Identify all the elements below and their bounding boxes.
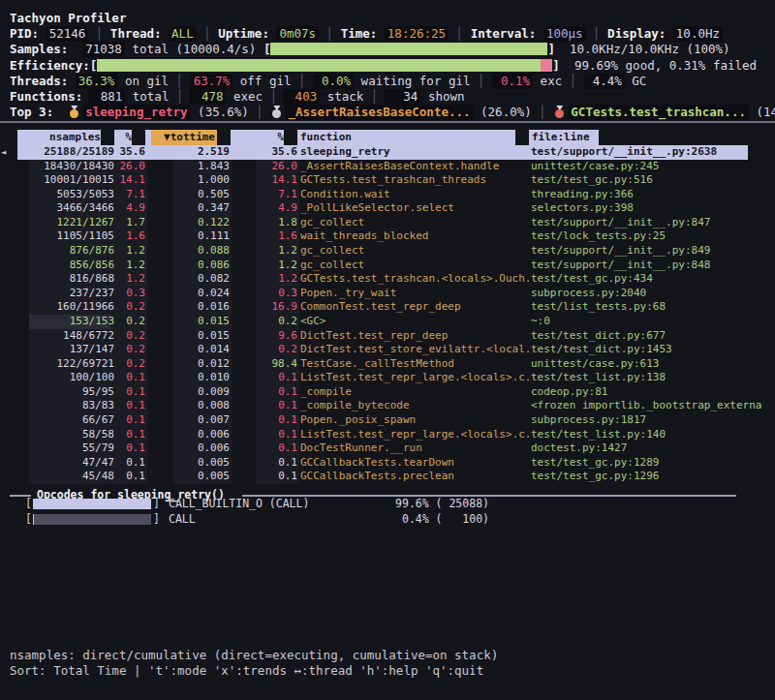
cell-pct-cumulative: 0.1 — [260, 456, 297, 471]
bar-bracket-right: ] — [153, 497, 160, 511]
cell-pct-cumulative: 0.1 — [260, 385, 297, 400]
cell-tottime: 1.843 — [177, 160, 230, 174]
cell-tottime: 0.122 — [177, 216, 230, 230]
bar-bracket-right: ] — [153, 512, 160, 527]
cell-pct-cumulative: 0.2 — [260, 315, 297, 329]
table-row[interactable]: 1105/11051.60.1111.6wait_threads_blocked… — [0, 229, 775, 244]
table-row[interactable]: 47/470.10.0050.1GCCallbackTests.tearDown… — [0, 456, 775, 471]
separator: │ — [197, 26, 219, 41]
footer-help-2: Sort: Total Time | 't':mode 'x':trends ↔… — [10, 663, 483, 679]
threads-label: Threads: — [10, 74, 76, 88]
cell-function-name: GCTests.test_trashcan.<locals>.Ouch... — [300, 272, 529, 287]
footer-help-2-text: Sort: Total Time | 't':mode 'x':trends ↔… — [10, 663, 483, 678]
table-row[interactable]: 3466/34664.90.3474.9_PollLikeSelector.se… — [0, 201, 775, 216]
column-header-pct-direct[interactable]: % — [101, 130, 132, 145]
opcode-row: []CALL_BUILTIN_O (CALL)99.6% ( 25088) — [0, 497, 775, 511]
top-function-pct: (14.1%) — [749, 105, 775, 119]
status-value: ALL — [169, 26, 197, 42]
table-row[interactable]: 95/950.10.0090.1_compilecodeop.py:81 — [0, 385, 775, 400]
opcode-pct-count: 99.6% ( 25088) — [374, 497, 489, 511]
column-header-tottime-sorted[interactable]: ▼tottime — [151, 130, 215, 145]
samples-line: Samples: 71038 total (10000.4/s) [] 10.0… — [10, 42, 730, 57]
table-row[interactable]: 18430/1843026.01.84326.0_AssertRaisesBas… — [0, 160, 775, 174]
status-label: PID: — [10, 26, 46, 41]
table-row[interactable]: 856/8561.20.0861.2gc_collecttest/support… — [0, 259, 775, 273]
cell-pct-cumulative: 0.2 — [260, 343, 297, 357]
cell-function-name: _AssertRaisesBaseContext.handle — [300, 160, 529, 174]
table-row[interactable]: 55/790.10.0060.1DocTestRunner.__rundocte… — [0, 441, 775, 456]
cell-pct-direct: 0.1 — [114, 428, 145, 442]
table-row[interactable]: 5053/50537.10.5057.1Condition.waitthread… — [0, 188, 775, 202]
cell-nsamples: 66/67 — [33, 413, 114, 428]
column-header-file-line[interactable]: file:line — [532, 130, 600, 145]
cell-tottime: 1.000 — [177, 173, 230, 188]
function-stat-value: 881 — [88, 89, 125, 105]
cell-file-line: selectors.py:398 — [531, 201, 775, 216]
table-row[interactable]: 148/67720.20.0159.6DictTest.test_repr_de… — [0, 329, 775, 344]
cell-function-name: _compile — [300, 385, 529, 400]
bar-bracket-left: [ — [264, 42, 271, 56]
cell-pct-cumulative: 26.0 — [260, 160, 297, 174]
cell-nsamples: 137/147 — [33, 343, 114, 357]
cell-pct-direct: 0.2 — [114, 300, 145, 315]
cell-file-line: test/support/__init__.py:847 — [531, 216, 775, 230]
table-body: ◄25188/2518935.62.51935.6sleeping_retryt… — [0, 145, 775, 484]
table-row[interactable]: 876/8761.20.0881.2gc_collecttest/support… — [0, 244, 775, 259]
cell-pct-direct: 0.1 — [114, 371, 145, 385]
cell-pct-cumulative: 1.8 — [260, 216, 297, 230]
opcode-pct-count: 0.4% ( 100) — [374, 512, 489, 527]
column-header-function[interactable]: function — [300, 130, 494, 145]
bar-bracket-left: [ — [90, 58, 98, 73]
samples-progress-bar — [270, 43, 547, 55]
table-row[interactable]: 1221/12671.70.1221.8gc_collecttest/suppo… — [0, 216, 775, 230]
thread-stat-name: on gil — [117, 74, 175, 88]
bar-bracket-left: [ — [25, 512, 32, 527]
medal-disc — [70, 109, 78, 118]
bar-bracket-left: [ — [25, 497, 32, 511]
status-value: 100µs — [543, 26, 586, 42]
separator: │ — [586, 26, 608, 41]
thread-stat-name: GC — [625, 74, 654, 88]
table-row[interactable]: 122/697210.20.01298.4TestCase._callTestM… — [0, 357, 775, 372]
cell-pct-direct: 4.9 — [114, 201, 145, 216]
separator: │ — [319, 26, 341, 41]
top-function-name[interactable]: sleeping_retry — [82, 105, 190, 120]
cell-file-line: test/lock_tests.py:25 — [531, 229, 775, 244]
table-row[interactable]: 160/119660.20.01616.9CommonTest.test_rep… — [0, 300, 775, 315]
table-row[interactable]: 137/1470.20.0140.2DictTest.test_store_ev… — [0, 343, 775, 357]
efficiency-summary: 99.69% good, 0.31% failed — [560, 58, 757, 73]
table-row[interactable]: 66/670.10.0070.1Popen._posix_spawnsubpro… — [0, 413, 775, 428]
space — [576, 74, 584, 88]
top3-label: Top 3: — [10, 105, 68, 119]
status-value: 52146 — [46, 26, 89, 42]
table-row[interactable]: 58/580.10.0060.1ListTest.test_repr_large… — [0, 428, 775, 442]
table-row[interactable]: 100/1000.10.0100.1ListTest.test_repr_lar… — [0, 371, 775, 385]
table-row[interactable]: 237/2370.30.0240.3Popen._try_waitsubproc… — [0, 287, 775, 301]
cell-nsamples: 876/876 — [33, 244, 114, 259]
table-row[interactable]: 153/1530.20.0150.2<GC>~:0 — [0, 315, 775, 329]
table-row[interactable]: 45/480.10.0050.1GCCallbackTests.preclean… — [0, 470, 775, 484]
cell-pct-direct: 0.2 — [114, 329, 145, 344]
cell-file-line: test/support/__init__.py:2638 — [531, 145, 775, 160]
cell-pct-direct: 0.1 — [114, 385, 145, 400]
cell-function-name: GCCallbackTests.tearDown — [300, 456, 529, 471]
column-header-nsamples[interactable]: nsamples — [17, 130, 101, 145]
samples-count-suffix: total (10000.4/s) — [125, 42, 264, 56]
samples-rate-text: 10.0KHz/10.0KHz (100%) — [555, 42, 730, 56]
thread-stat-value: 63.7% — [191, 74, 233, 89]
separator: │ — [176, 74, 184, 88]
table-row[interactable]: 10001/1001514.11.00014.1GCTests.test_tra… — [0, 173, 775, 188]
top-function-name[interactable]: GCTests.test_trashcan... — [568, 105, 749, 120]
table-row[interactable]: 83/830.10.0080.1_compile_bytecode<frozen… — [0, 399, 775, 413]
table-row[interactable]: ◄25188/2518935.62.51935.6sleeping_retryt… — [0, 145, 775, 160]
cell-nsamples: 45/48 — [33, 470, 114, 484]
top-function-name[interactable]: _AssertRaisesBaseConte... — [285, 105, 473, 120]
status-value: 18:26:25 — [385, 26, 449, 42]
status-label: Uptime: — [218, 26, 276, 41]
cell-pct-cumulative: 1.6 — [260, 229, 297, 244]
function-stat-value: 34 — [384, 89, 420, 105]
cell-pct-cumulative: 0.1 — [260, 413, 297, 428]
table-row[interactable]: 816/8681.20.0821.2GCTests.test_trashcan.… — [0, 272, 775, 287]
column-header-pct-cumulative[interactable]: % — [232, 130, 284, 145]
cell-pct-cumulative: 98.4 — [260, 357, 297, 372]
